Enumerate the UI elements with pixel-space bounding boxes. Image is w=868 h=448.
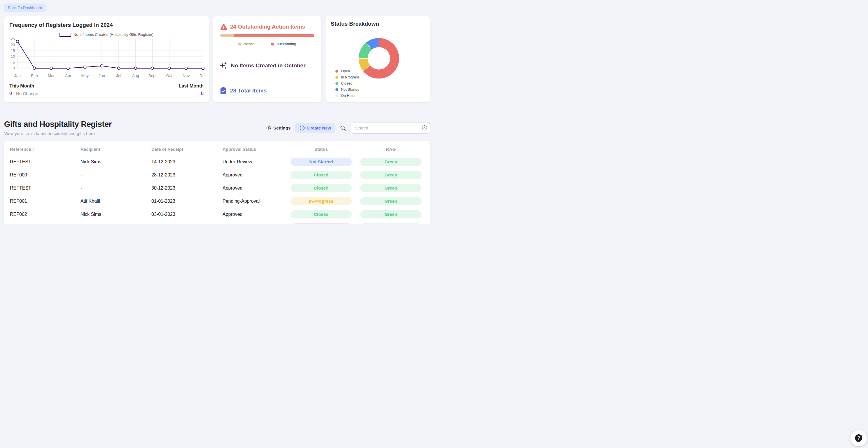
table-row[interactable]: REF001Atif Khalil01-01-2023Pending-Appro… — [4, 195, 430, 208]
line-point[interactable] — [117, 67, 120, 70]
sparkles-icon — [220, 62, 227, 69]
gear-icon — [266, 125, 271, 131]
svg-text:20: 20 — [11, 43, 15, 47]
progress-closed-segment — [220, 34, 234, 37]
legend-dot — [335, 88, 338, 91]
table-row[interactable]: REFTESTNick Sims14-12-2023Under-ReviewNo… — [4, 155, 430, 168]
register-section-header: Gifts and Hospitality Register View your… — [4, 120, 430, 136]
status-card-title: Status Breakdown — [331, 21, 425, 27]
rag-badge[interactable]: Green — [360, 197, 422, 205]
line-point[interactable] — [50, 67, 53, 70]
line-legend-swatch — [60, 33, 71, 37]
svg-text:Feb: Feb — [31, 73, 38, 78]
status-badge[interactable]: Open — [290, 223, 352, 224]
closed-swatch — [238, 42, 241, 45]
rag-badge[interactable]: Green — [360, 171, 422, 179]
svg-text:5: 5 — [13, 60, 15, 64]
table-row[interactable]: REF003-02-02-2023Pending-ApprovalOpenGre… — [4, 221, 430, 224]
line-point[interactable] — [168, 67, 170, 70]
status-cell: In-Progress — [287, 197, 355, 205]
reference-cell: REF000 — [4, 172, 75, 178]
back-to-dashboard-button[interactable]: Back To Dashboard — [4, 3, 46, 12]
status-cell: Closed — [287, 184, 355, 192]
reference-cell: REF001 — [4, 199, 75, 204]
legend-dot — [335, 82, 338, 85]
reference-cell: REFTEST — [4, 159, 75, 164]
status-legend-item[interactable]: On Hold — [335, 94, 360, 98]
outstanding-progress-bar — [220, 34, 314, 37]
status-badge[interactable]: In-Progress — [290, 197, 352, 205]
status-badge[interactable]: Closed — [290, 184, 352, 192]
col-header-approval: Approval Status — [217, 147, 287, 152]
line-point[interactable] — [185, 67, 188, 70]
table-row[interactable]: REF002Nick Sims03-01-2023ApprovedClosedG… — [4, 208, 430, 221]
rag-cell: Green — [355, 171, 427, 179]
col-header-status: Status — [287, 147, 355, 152]
approval-cell: Under-Review — [217, 159, 287, 164]
settings-label: Settings — [273, 125, 290, 130]
svg-text:May: May — [82, 73, 89, 78]
col-header-rag: RAG — [355, 147, 427, 152]
legend-dot — [335, 76, 338, 79]
svg-text:15: 15 — [11, 49, 15, 53]
rag-badge[interactable]: Green — [360, 223, 422, 224]
line-point[interactable] — [202, 67, 205, 70]
register-title: Gifts and Hospitality Register — [4, 120, 112, 129]
table-row[interactable]: REF000-28-12-2023ApprovedClosedGreen — [4, 168, 430, 182]
total-items-text: 28 Total Items — [230, 88, 267, 94]
register-title-block: Gifts and Hospitality Register View your… — [4, 120, 112, 136]
frequency-card-title: Frequency of Registers Logged in 2024 — [9, 22, 204, 28]
clear-search-icon[interactable] — [422, 125, 427, 131]
register-subtitle: View your firm's latest hospitality and … — [4, 131, 112, 136]
status-badge[interactable]: Closed — [290, 210, 352, 219]
progress-bar-legend: closed outstanding — [220, 42, 314, 46]
line-point[interactable] — [151, 67, 154, 70]
status-legend-item[interactable]: Open — [335, 69, 360, 73]
col-header-reference: Reference # — [4, 147, 75, 152]
rag-badge[interactable]: Green — [360, 210, 422, 219]
register-controls: Settings Create New — [266, 122, 430, 134]
svg-text:Sept: Sept — [149, 73, 157, 78]
table-row[interactable]: REFTEST-30-12-2023ApprovedClosedGreen — [4, 182, 430, 195]
rag-cell: Green — [355, 158, 427, 166]
insight-row: No Items Created in October — [220, 62, 314, 69]
register-table-card: Reference # Recipient Date of Receipt Ap… — [4, 140, 430, 224]
status-donut-chart — [357, 36, 401, 80]
create-new-button[interactable]: Create New — [295, 123, 335, 133]
outstanding-title-row: 24 Outstanding Action Items — [220, 24, 314, 30]
last-month-value: 0 — [201, 91, 204, 96]
settings-button[interactable]: Settings — [266, 125, 290, 131]
line-point[interactable] — [101, 65, 103, 67]
legend-label: On Hold — [341, 94, 354, 98]
line-point[interactable] — [67, 67, 69, 70]
svg-text:25: 25 — [11, 37, 15, 41]
closed-legend-label: closed — [244, 42, 255, 46]
line-point[interactable] — [16, 40, 19, 43]
search-field-wrap — [350, 122, 430, 134]
line-point[interactable] — [84, 66, 86, 68]
status-legend-item[interactable]: Not Started — [335, 88, 360, 92]
svg-text:Dec: Dec — [199, 73, 205, 78]
status-legend-item[interactable]: Closed — [335, 82, 360, 86]
svg-text:Mar: Mar — [48, 73, 55, 78]
recipient-cell: - — [75, 186, 146, 191]
search-icon[interactable] — [340, 125, 346, 131]
search-input[interactable] — [350, 122, 430, 134]
status-badge[interactable]: Closed — [290, 171, 352, 179]
last-month-label: Last Month — [179, 84, 204, 89]
action-items-card: 24 Outstanding Action Items closed outst… — [213, 16, 321, 102]
rag-cell: Green — [355, 197, 427, 205]
this-month-value: 0 — [9, 91, 12, 96]
legend-dot — [335, 70, 338, 73]
status-legend-item[interactable]: In Progress — [335, 75, 360, 79]
status-badge[interactable]: Not Started — [290, 158, 352, 166]
line-point[interactable] — [134, 67, 137, 70]
line-point[interactable] — [33, 67, 36, 70]
table-body: REFTESTNick Sims14-12-2023Under-ReviewNo… — [4, 155, 430, 224]
rag-badge[interactable]: Green — [360, 158, 422, 166]
legend-item-closed: closed — [238, 42, 255, 46]
svg-text:Apr: Apr — [65, 73, 71, 78]
svg-text:Nov: Nov — [183, 73, 190, 78]
last-month-block: Last Month 0 — [179, 84, 204, 96]
rag-badge[interactable]: Green — [360, 184, 422, 192]
